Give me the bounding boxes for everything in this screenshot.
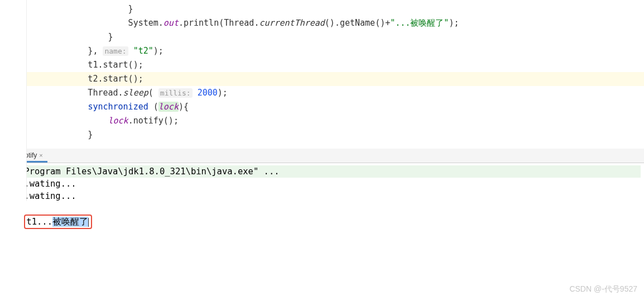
console-line: t2...wating... [3, 190, 641, 202]
annotation-box: t1...被唤醒了 [24, 215, 92, 229]
console-command-line: "C:\Program Files\Java\jdk1.8.0_321\bin\… [3, 165, 641, 178]
editor-gutter [0, 0, 27, 201]
text-cursor [88, 218, 89, 227]
close-icon[interactable]: × [39, 152, 42, 159]
code-line: } [1, 2, 644, 16]
console-output[interactable]: "C:\Program Files\Java\jdk1.8.0_321\bin\… [0, 163, 644, 244]
code-line: Thread.sleep( millis: 2000); [1, 86, 644, 100]
watermark: CSDN @-代号9527 [569, 284, 637, 294]
code-line: } [1, 30, 644, 44]
console-tab-bar: WaitNotify × [0, 149, 644, 163]
param-hint: name: [103, 46, 128, 56]
code-editor[interactable]: } System.out.println(Thread.currentThrea… [0, 0, 644, 144]
code-line: lock.notify(); [1, 114, 644, 128]
code-line: System.out.println(Thread.currentThread(… [1, 16, 644, 30]
code-line: }, name: "t2"); [1, 44, 644, 58]
console-line-highlighted: t1...被唤醒了 [3, 202, 641, 241]
param-hint: millis: [158, 88, 193, 98]
code-line: } [1, 128, 644, 142]
code-line-highlighted: t2.start(); [1, 72, 644, 86]
console-line: t1...wating... [3, 178, 641, 190]
code-line: synchronized (lock){ [1, 100, 644, 114]
code-line: t1.start(); [1, 58, 644, 72]
